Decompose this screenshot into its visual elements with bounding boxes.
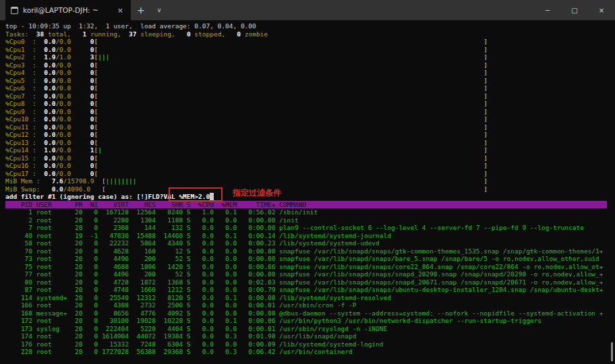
terminal-line: 58 root 20 0 22232 5864 4340 S 0.0 0.0 0… bbox=[5, 239, 615, 247]
terminal-line: 73 root 20 0 4496 200 52 S 0.0 0.0 0:00.… bbox=[5, 255, 615, 263]
terminal-line: MiB Swap: 0.0/4096.0 [ ] bbox=[5, 185, 615, 193]
terminal-line: %Cpu5 : 0.0/0.0 0[ ] bbox=[5, 77, 615, 85]
terminal-line: %Cpu17 : 0.0/0.0 0[ ] bbox=[5, 170, 615, 178]
minimize-button[interactable]: ─ bbox=[534, 0, 561, 20]
terminal-line: %Cpu12 : 0.0/0.0 0[ ] bbox=[5, 131, 615, 139]
terminal-line: %Cpu16 : 0.0/0.0 0[ ] bbox=[5, 162, 615, 170]
terminal-line: 166 root 20 0 4308 2732 2500 S 0.0 0.0 0… bbox=[5, 301, 615, 309]
tab-koril[interactable]: koril@LAPTOP-DJH: ~ × bbox=[5, 0, 131, 20]
terminal-line: %Cpu7 : 0.0/0.0 0[ ] bbox=[5, 92, 615, 100]
terminal-line: %Cpu9 : 0.0/0.0 0[ ] bbox=[5, 108, 615, 116]
close-button[interactable]: × bbox=[588, 0, 615, 20]
filter-annotation-label: 指定过滤条件 bbox=[233, 187, 281, 199]
terminal-line: 77 root 20 0 4496 200 52 S 0.0 0.0 0:00.… bbox=[5, 270, 615, 278]
terminal-line: 40 root 19 -1 47836 15488 14460 S 0.0 0.… bbox=[5, 232, 615, 240]
terminal-line: 75 root 20 0 4688 1896 1420 S 0.0 0.0 0:… bbox=[5, 263, 615, 271]
terminal-line: %Cpu6 : 0.0/0.0 0[ ] bbox=[5, 84, 615, 92]
terminal-line: 173 syslog 20 0 222404 5220 4404 S 0.0 0… bbox=[5, 325, 615, 333]
terminal-line: 2 root 20 0 2280 1304 1188 S 0.0 0.0 0:0… bbox=[5, 216, 615, 224]
maximize-button[interactable]: □ bbox=[561, 0, 588, 20]
terminal-line: %Cpu10 : 0.0/0.0 0[ ] bbox=[5, 115, 615, 123]
tab-title: koril@LAPTOP-DJH: ~ bbox=[23, 6, 111, 14]
scrollbar-thumb[interactable] bbox=[611, 342, 613, 361]
terminal-tab-icon bbox=[11, 7, 18, 14]
terminal-output: top - 10:09:35 up 1:32, 1 user, load ave… bbox=[0, 20, 615, 356]
new-tab-button[interactable]: + bbox=[131, 0, 151, 20]
terminal-line: 1 root 20 0 167128 12564 8240 S 1.0 0.1 … bbox=[5, 208, 615, 216]
terminal-line: 174 root 20 0 1614904 44072 19384 S 0.0 … bbox=[5, 332, 615, 340]
terminal-line: 7 root 20 0 2308 144 132 S 0.0 0.0 0:00.… bbox=[5, 224, 615, 232]
terminal-line: %Cpu2 : 1.9/1.0 3[||| ] bbox=[5, 53, 615, 61]
terminal-line: top - 10:09:35 up 1:32, 1 user, load ave… bbox=[5, 22, 615, 30]
terminal-line: %Cpu8 : 0.0/0.0 0[ ] bbox=[5, 100, 615, 108]
terminal-line: add filter #1 (ignoring case) as: [!]FLD… bbox=[5, 193, 615, 201]
tab-dropdown-icon[interactable]: ∨ bbox=[151, 0, 168, 20]
window-controls: ─ □ × bbox=[534, 0, 615, 20]
terminal-line: PID USER PR NI VIRT RES SHR S %CPU %MEM … bbox=[5, 201, 615, 209]
tab-close-icon[interactable]: × bbox=[115, 5, 125, 16]
terminal-line: %Cpu13 : 0.0/0.0 0[ ] bbox=[5, 139, 615, 147]
terminal-line: 80 root 20 0 4728 1872 1368 S 0.0 0.0 0:… bbox=[5, 278, 615, 286]
terminal-line: MiB Mem : 7.6/15798.9 [|||||||| ] bbox=[5, 177, 615, 185]
terminal-line: %Cpu4 : 0.0/0.0 0[ ] bbox=[5, 69, 615, 77]
terminal-line: %Cpu0 : 0.0/0.0 0[ ] bbox=[5, 38, 615, 46]
terminal-line: %Cpu1 : 0.0/0.0 0[ ] bbox=[5, 46, 615, 54]
terminal-line: 114 systemd+ 20 0 25540 12312 8120 S 0.0… bbox=[5, 294, 615, 302]
terminal-line: 172 root 20 0 30100 19028 10228 S 0.0 0.… bbox=[5, 317, 615, 325]
terminal-line: %Cpu11 : 0.0/0.0 0[ ] bbox=[5, 123, 615, 131]
terminal-line: 70 root 20 0 4628 160 12 S 0.0 0.0 0:00.… bbox=[5, 247, 615, 255]
terminal-window: koril@LAPTOP-DJH: ~ × + ∨ ─ □ × top - 10… bbox=[0, 0, 615, 364]
terminal-line: 87 root 20 0 4748 1660 1212 S 0.0 0.0 0:… bbox=[5, 286, 615, 294]
terminal-line: 228 root 20 0 1727028 56388 29368 S 0.0 … bbox=[5, 348, 615, 356]
terminal-line: %Cpu3 : 0.0/0.0 0[ ] bbox=[5, 61, 615, 69]
terminal-line: 176 root 20 0 15332 7248 6304 S 0.0 0.0 … bbox=[5, 340, 615, 348]
terminal-screen[interactable]: top - 10:09:35 up 1:32, 1 user, load ave… bbox=[0, 20, 615, 364]
filter-annotation-box bbox=[169, 187, 223, 202]
titlebar[interactable]: koril@LAPTOP-DJH: ~ × + ∨ ─ □ × bbox=[0, 0, 615, 20]
terminal-line: %Cpu15 : 0.0/0.0 0[ ] bbox=[5, 154, 615, 162]
terminal-line: 168 message+ 20 0 8656 4776 4092 S 0.0 0… bbox=[5, 309, 615, 317]
terminal-line: Tasks: 38 total, 1 running, 37 sleeping,… bbox=[5, 30, 615, 38]
terminal-line: %Cpu14 : 1.0/0.0 1[| ] bbox=[5, 146, 615, 154]
